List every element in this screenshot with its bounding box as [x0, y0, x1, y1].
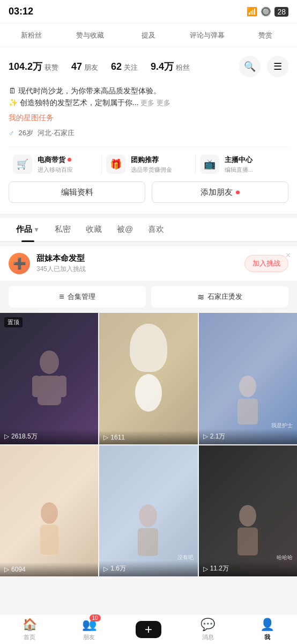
play-icon-3: ▷: [203, 433, 208, 440]
view-count-3: 2.1万: [210, 432, 226, 441]
search-button[interactable]: 🔍: [239, 56, 261, 77]
action-buttons: 编辑资料 添加朋友: [9, 181, 288, 203]
video-item-5[interactable]: 没有吧 ▷ 1.6万: [99, 445, 197, 576]
challenge-close-button[interactable]: ×: [286, 251, 291, 260]
profile-location: 河北·石家庄: [38, 128, 75, 138]
bio-more-text[interactable]: 更多: [157, 99, 170, 107]
feature-group-buy[interactable]: 🎁 团购推荐 选品带货赚佣金: [102, 155, 195, 174]
nav-home[interactable]: 🏠 首页: [0, 618, 60, 641]
collection-row: ≡ 合集管理 ≋ 石家庄烫发: [0, 281, 297, 313]
stat-fans[interactable]: 9.4万 粉丝: [151, 60, 190, 73]
stat-likes: 104.2万 获赞: [9, 60, 58, 73]
top-nav-likes[interactable]: 赞与收藏: [61, 24, 119, 47]
profile-age: 26岁: [19, 128, 33, 138]
group-buy-icon: 🎁: [106, 155, 125, 174]
pin-badge: 置顶: [4, 317, 23, 327]
play-icon-6: ▷: [203, 565, 208, 573]
gender-icon: ♂: [9, 129, 14, 137]
collection-perm-button[interactable]: ≋ 石家庄烫发: [151, 286, 288, 308]
tab-collections[interactable]: 收藏: [78, 218, 109, 241]
view-count-2: 1611: [110, 434, 125, 441]
menu-button[interactable]: ☰: [267, 56, 288, 77]
view-count-5: 1.6万: [110, 564, 126, 573]
svg-point-6: [41, 502, 58, 524]
play-icon: ▷: [4, 433, 9, 440]
tab-works[interactable]: 作品▼: [9, 218, 47, 241]
svg-point-10: [239, 505, 256, 526]
svg-point-8: [139, 504, 157, 527]
tab-mentions[interactable]: 被@: [109, 218, 140, 241]
stat-friends[interactable]: 47 朋友: [71, 61, 98, 72]
status-icons: 📶 🔘 28: [247, 6, 288, 17]
feature-row: 🛒 电商带货 进入移动百应 🎁 团购推荐 选品带货赚佣金 📺: [9, 147, 288, 174]
play-icon-4: ▷: [4, 566, 9, 573]
video-item-4[interactable]: ▷ 6094: [0, 445, 98, 576]
svg-point-0: [40, 350, 59, 374]
top-nav: 新粉丝 赞与收藏 提及 评论与弹幕 赞赏: [0, 24, 297, 47]
stat-following[interactable]: 62 关注: [111, 61, 138, 72]
nav-me[interactable]: 👤 我: [237, 618, 297, 641]
feature-ecommerce[interactable]: 🛒 电商带货 进入移动百应: [9, 155, 102, 174]
video-overlay-2: ▷ 1611: [99, 430, 197, 444]
edit-profile-button[interactable]: 编辑资料: [9, 181, 145, 203]
top-nav-rewards[interactable]: 赞赏: [236, 24, 295, 47]
feature-live[interactable]: 📺 主播中心 编辑直播...: [196, 155, 288, 174]
nav-add[interactable]: +: [119, 621, 179, 638]
view-count-6: 11.2万: [210, 564, 229, 573]
profile-stats: 104.2万 获赞 47 朋友 62 关注 9.4万 粉丝 🔍 ☰: [9, 56, 288, 77]
wifi-icon: 🔘: [261, 6, 271, 17]
add-friend-dot: [236, 191, 240, 194]
nav-messages[interactable]: 💬 消息: [178, 618, 237, 641]
svg-rect-2: [32, 376, 41, 397]
bottom-nav: 🏠 首页 👥 10 朋友 + 💬 消息 👤 我: [0, 614, 297, 644]
profile-info: ♂ 26岁 河北·石家庄: [9, 128, 288, 138]
nav-friends[interactable]: 👥 10 朋友: [60, 618, 119, 641]
ecommerce-icon: 🛒: [13, 155, 32, 174]
perm-icon: ≋: [197, 292, 204, 302]
challenge-banner: ➕ 甜妹本命发型 345人已加入挑战 加入挑战 ×: [0, 246, 297, 281]
add-friend-button[interactable]: 添加朋友: [152, 181, 288, 203]
video-overlay-5: ▷ 1.6万: [99, 561, 197, 576]
top-nav-new-fans[interactable]: 新粉丝: [2, 24, 61, 47]
ecommerce-dot: [68, 158, 71, 162]
battery-icon: 28: [274, 7, 288, 17]
challenge-text: 甜妹本命发型 345人已加入挑战: [36, 253, 86, 274]
star-task-link[interactable]: 我的星图任务: [9, 113, 288, 123]
challenge-icon: ➕: [9, 253, 30, 274]
video-item-3[interactable]: 我是护士 ▷ 2.1万: [199, 313, 297, 444]
home-icon: 🏠: [23, 618, 37, 632]
top-nav-mentions[interactable]: 提及: [119, 24, 177, 47]
watermark-3: 我是护士: [271, 422, 293, 429]
messages-icon: 💬: [201, 618, 215, 632]
svg-rect-7: [40, 525, 58, 554]
svg-rect-9: [138, 528, 158, 556]
video-overlay-3: ▷ 2.1万: [199, 429, 297, 444]
status-time: 03:12: [9, 6, 33, 17]
collection-manage-button[interactable]: ≡ 合集管理: [9, 286, 146, 308]
live-icon: 📺: [200, 155, 219, 174]
signal-icon: 📶: [247, 6, 257, 17]
video-grid: 置顶 ▷ 2618.5万 ▷ 1611: [0, 313, 297, 576]
tab-likes[interactable]: 喜欢: [140, 218, 172, 241]
watermark-5: 没有吧: [177, 554, 194, 561]
bio-more[interactable]: 更多: [140, 99, 154, 107]
me-icon: 👤: [260, 618, 274, 632]
content-tabs: 作品▼ 私密 收藏 被@ 喜欢: [0, 218, 297, 242]
add-button[interactable]: +: [136, 621, 161, 638]
video-item-2[interactable]: ▷ 1611: [99, 313, 197, 444]
challenge-join-button[interactable]: 加入挑战: [244, 255, 288, 272]
tab-arrow: ▼: [33, 226, 40, 233]
friend-badge-container: 👥 10: [82, 618, 96, 632]
svg-rect-11: [237, 528, 258, 555]
svg-rect-5: [237, 399, 258, 425]
svg-point-4: [239, 376, 256, 397]
video-item-1[interactable]: 置顶 ▷ 2618.5万: [0, 313, 98, 444]
status-bar: 03:12 📶 🔘 28: [0, 0, 297, 24]
play-icon-2: ▷: [103, 434, 108, 441]
video-item-6[interactable]: 哈哈哈 ▷ 11.2万: [199, 445, 297, 576]
top-nav-comments[interactable]: 评论与弹幕: [178, 24, 236, 47]
profile-action-icons: 🔍 ☰: [239, 56, 288, 77]
manage-icon: ≡: [59, 292, 64, 302]
profile-section: 104.2万 获赞 47 朋友 62 关注 9.4万 粉丝 🔍 ☰ 🗓 现代时尚…: [0, 47, 297, 214]
tab-private[interactable]: 私密: [47, 218, 78, 241]
